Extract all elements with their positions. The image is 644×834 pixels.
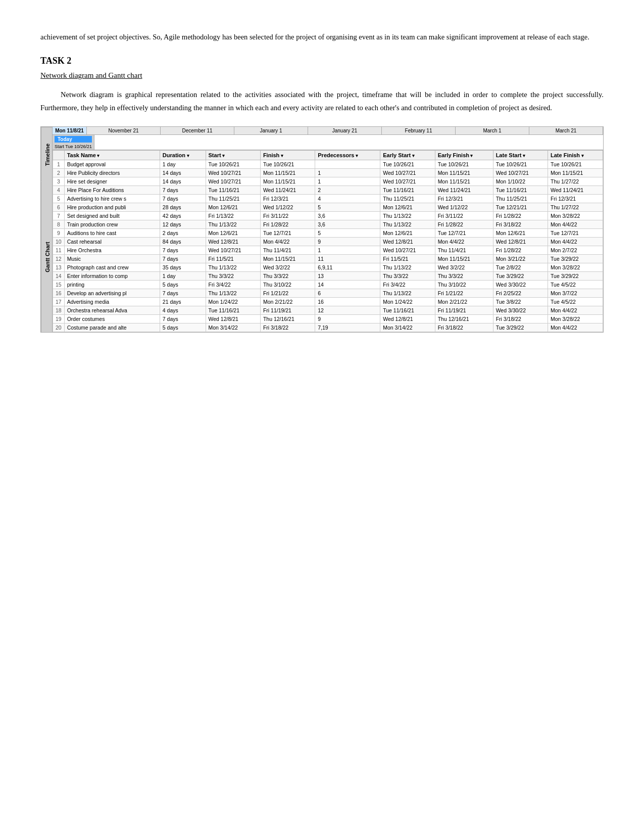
table-cell: 7 days (160, 186, 206, 195)
table-cell: 11 (315, 255, 380, 263)
table-cell: Wed 11/24/21 (435, 186, 493, 195)
table-row: 2Hire Publicity directors14 daysWed 10/2… (53, 169, 603, 177)
table-cell: Tue 10/26/21 (260, 160, 315, 169)
table-cell: 4 days (160, 306, 206, 315)
timeline-month-cell: March 21 (529, 127, 603, 134)
table-cell: Thu 11/4/21 (435, 246, 493, 255)
table-cell: 1 (53, 160, 65, 169)
body-paragraph: Network diagram is graphical representat… (40, 88, 604, 114)
table-cell: Mon 11/15/21 (260, 255, 315, 263)
table-cell: Fri 3/4/22 (380, 281, 435, 289)
col-early-start[interactable]: Early Start (380, 151, 435, 160)
table-cell: 5 (53, 195, 65, 203)
col-late-start[interactable]: Late Start (493, 151, 548, 160)
table-cell: Thu 3/3/22 (380, 272, 435, 281)
table-cell: 20 (53, 323, 65, 332)
table-cell: Develop an advertising pl (64, 289, 160, 298)
table-cell: Wed 12/8/21 (206, 238, 260, 246)
table-cell: Fri 1/28/22 (493, 246, 548, 255)
timeline-month-cell: February 11 (382, 127, 456, 134)
table-cell: Wed 12/8/21 (380, 315, 435, 323)
table-cell: 12 days (160, 220, 206, 229)
table-cell: Tue 4/5/22 (548, 281, 603, 289)
table-cell: 7 days (160, 195, 206, 203)
table-cell: Mon 11/15/21 (435, 169, 493, 177)
table-cell: Mon 3/7/22 (548, 289, 603, 298)
table-cell: Wed 10/27/21 (380, 169, 435, 177)
table-cell: Tue 2/8/22 (493, 263, 548, 272)
col-late-finish[interactable]: Late Finish (548, 151, 603, 160)
table-cell: Thu 3/3/22 (435, 272, 493, 281)
table-cell: Tue 11/16/21 (380, 186, 435, 195)
table-cell: 4 (315, 195, 380, 203)
table-cell: Fri 11/5/21 (206, 255, 260, 263)
table-cell: Mon 2/21/22 (260, 298, 315, 306)
table-cell: printing (64, 281, 160, 289)
table-cell: Wed 12/8/21 (493, 238, 548, 246)
table-cell: 1 day (160, 160, 206, 169)
table-cell: 12 (315, 306, 380, 315)
table-cell: 9 (53, 229, 65, 238)
table-cell: 6,9,11 (315, 263, 380, 272)
table-cell: Wed 1/12/22 (435, 203, 493, 212)
table-cell: 2 days (160, 229, 206, 238)
table-row: 1Budget approval1 dayTue 10/26/21Tue 10/… (53, 160, 603, 169)
col-finish[interactable]: Finish (260, 151, 315, 160)
table-cell: Fri 3/11/22 (435, 212, 493, 220)
table-cell: Tue 12/7/21 (260, 229, 315, 238)
table-row: 13Photograph cast and crew35 daysThu 1/1… (53, 263, 603, 272)
table-cell: 14 (315, 281, 380, 289)
table-cell (315, 160, 380, 169)
table-cell: Tue 11/16/21 (380, 306, 435, 315)
table-row: 9Auditions to hire cast2 daysMon 12/6/21… (53, 229, 603, 238)
col-early-finish[interactable]: Early Finish (435, 151, 493, 160)
timeline-month-cell: March 1 (456, 127, 529, 134)
table-cell: Thu 1/27/22 (548, 177, 603, 186)
table-row: 4Hire Place For Auditions7 daysTue 11/16… (53, 186, 603, 195)
table-cell: 13 (53, 263, 65, 272)
timeline-month-cell: January 1 (234, 127, 308, 134)
table-cell: Tue 3/8/22 (493, 298, 548, 306)
table-cell: Fri 11/5/21 (380, 255, 435, 263)
table-cell: Fri 11/19/21 (260, 306, 315, 315)
table-cell: Wed 10/27/21 (206, 169, 260, 177)
today-badge: Today (55, 136, 92, 143)
table-cell: Mon 1/24/22 (206, 298, 260, 306)
col-predecessors[interactable]: Predecessors (315, 151, 380, 160)
gantt-chart-label: Gantt Chart (41, 182, 52, 333)
table-cell: 8 (53, 220, 65, 229)
table-cell: Thu 11/25/21 (493, 195, 548, 203)
table-cell: Mon 4/4/22 (548, 323, 603, 332)
table-cell: Fri 3/18/22 (493, 315, 548, 323)
table-cell: 3 (53, 177, 65, 186)
table-cell: Mon 11/15/21 (260, 177, 315, 186)
table-cell: 10 (53, 238, 65, 246)
table-cell: 7,19 (315, 323, 380, 332)
table-cell: Hire Place For Auditions (64, 186, 160, 195)
table-cell: Advertising to hire crew s (64, 195, 160, 203)
table-cell: 16 (315, 298, 380, 306)
table-cell: Mon 4/4/22 (548, 220, 603, 229)
table-cell: 84 days (160, 238, 206, 246)
table-cell: Photograph cast and crew (64, 263, 160, 272)
col-duration[interactable]: Duration (160, 151, 206, 160)
table-cell: 35 days (160, 263, 206, 272)
table-cell: 15 (53, 281, 65, 289)
table-cell: 3,6 (315, 212, 380, 220)
table-cell: Wed 10/27/21 (206, 246, 260, 255)
table-row: 3Hire set designer14 daysWed 10/27/21Mon… (53, 177, 603, 186)
table-cell: 7 days (160, 246, 206, 255)
table-cell: Wed 10/27/21 (380, 246, 435, 255)
table-cell: Tue 12/21/21 (493, 203, 548, 212)
table-row: 6Hire production and publi28 daysMon 12/… (53, 203, 603, 212)
col-task-name[interactable]: Task Name (64, 151, 160, 160)
table-cell: Mon 11/15/21 (435, 255, 493, 263)
table-cell: 5 days (160, 281, 206, 289)
table-cell: 14 (53, 272, 65, 281)
table-cell: 6 (315, 289, 380, 298)
table-cell: 6 (53, 203, 65, 212)
table-cell: Fri 1/21/22 (435, 289, 493, 298)
table-cell: Thu 1/13/22 (380, 220, 435, 229)
table-cell: Auditions to hire cast (64, 229, 160, 238)
col-start[interactable]: Start (206, 151, 260, 160)
